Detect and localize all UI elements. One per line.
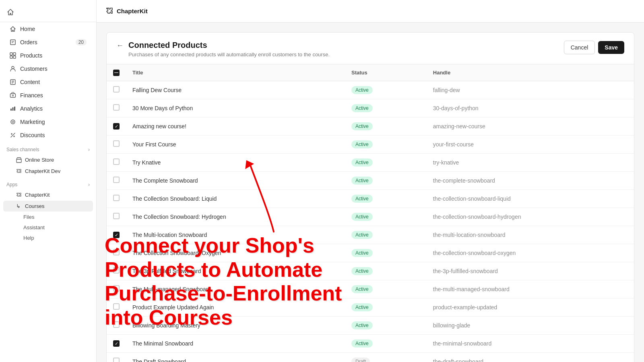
apps-section[interactable]: Apps › <box>0 177 96 189</box>
row-checkbox-cell-7[interactable] <box>107 189 126 208</box>
row-checkbox-cell-9[interactable] <box>107 226 126 244</box>
row-handle-6: the-complete-snowboard <box>427 171 634 189</box>
save-button[interactable]: Save <box>598 41 624 54</box>
table-row: Product Example Updated AgainActiveprodu… <box>107 298 634 316</box>
select-all-header[interactable] <box>107 64 126 81</box>
sidebar-item-online-store[interactable]: Online Store <box>3 154 93 165</box>
sidebar: Home Orders 20 Products Customers Conten… <box>0 0 97 362</box>
row-status-10: Active <box>345 244 427 262</box>
sidebar-item-files[interactable]: Files <box>3 212 93 222</box>
row-checkbox-cell-1[interactable] <box>107 81 126 99</box>
table-row: The Collection Snowboard: HydrogenActive… <box>107 208 634 226</box>
status-badge-16: Draft <box>351 358 370 362</box>
sidebar-item-orders[interactable]: Orders 20 <box>3 36 93 49</box>
row-checkbox-15[interactable] <box>113 340 120 347</box>
row-checkbox-cell-12[interactable] <box>107 280 126 298</box>
row-handle-16: the-draft-snowboard <box>427 352 634 362</box>
row-checkbox-cell-10[interactable] <box>107 244 126 262</box>
sidebar-item-home[interactable]: Home <box>3 23 93 35</box>
row-checkbox-cell-13[interactable] <box>107 298 126 316</box>
status-badge-4: Active <box>351 140 373 148</box>
sidebar-item-finances[interactable]: Finances <box>3 89 93 102</box>
row-title-8: The Collection Snowboard: Hydrogen <box>126 208 345 226</box>
row-checkbox-12[interactable] <box>113 285 120 292</box>
row-checkbox-cell-6[interactable] <box>107 171 126 189</box>
status-badge-5: Active <box>351 158 373 167</box>
row-checkbox-10[interactable] <box>113 249 120 255</box>
row-status-7: Active <box>345 189 427 208</box>
row-checkbox-6[interactable] <box>113 177 120 183</box>
top-bar: ChapterKit <box>97 0 644 23</box>
files-label: Files <box>23 214 34 220</box>
status-badge-3: Active <box>351 122 373 130</box>
row-checkbox-3[interactable] <box>113 123 120 130</box>
row-checkbox-cell-16[interactable] <box>107 352 126 362</box>
online-store-label: Online Store <box>25 157 54 163</box>
row-title-1: Falling Dew Course <box>126 81 345 99</box>
row-checkbox-13[interactable] <box>113 303 120 310</box>
row-checkbox-1[interactable] <box>113 86 120 93</box>
row-title-5: Try Knative <box>126 153 345 171</box>
table-row: The 3p Fulfilled SnowboardActivethe-3p-f… <box>107 262 634 280</box>
row-checkbox-7[interactable] <box>113 195 120 201</box>
row-checkbox-cell-4[interactable] <box>107 135 126 153</box>
row-checkbox-4[interactable] <box>113 140 120 147</box>
sidebar-item-content[interactable]: Content <box>3 76 93 88</box>
sidebar-item-customers[interactable]: Customers <box>3 62 93 75</box>
row-checkbox-8[interactable] <box>113 213 120 219</box>
row-checkbox-16[interactable] <box>113 358 120 362</box>
row-checkbox-cell-11[interactable] <box>107 262 126 280</box>
table-row: 30 More Days of PythonActive30-days-of-p… <box>107 99 634 117</box>
sidebar-item-chapterkit[interactable]: ChapterKit <box>3 189 93 200</box>
row-checkbox-cell-3[interactable] <box>107 117 126 135</box>
sidebar-item-courses[interactable]: ↳ Courses <box>3 201 93 212</box>
row-checkbox-2[interactable] <box>113 104 120 111</box>
row-checkbox-cell-5[interactable] <box>107 153 126 171</box>
sidebar-item-discounts[interactable]: Discounts <box>3 129 93 142</box>
table-row: Try KnativeActivetry-knative <box>107 153 634 171</box>
svg-rect-18 <box>17 159 21 162</box>
row-handle-5: try-knative <box>427 153 634 171</box>
sidebar-item-marketing[interactable]: Marketing <box>3 115 93 128</box>
select-all-checkbox[interactable] <box>113 70 120 76</box>
back-button[interactable]: ← <box>116 41 124 50</box>
sidebar-item-assistant[interactable]: Assistant <box>3 222 93 232</box>
sidebar-item-help[interactable]: Help <box>3 233 93 243</box>
row-status-5: Active <box>345 153 427 171</box>
row-title-2: 30 More Days of Python <box>126 99 345 117</box>
table-row: Billowing Boarding MasteryActivebillowin… <box>107 316 634 334</box>
row-checkbox-cell-15[interactable] <box>107 334 126 352</box>
row-checkbox-14[interactable] <box>113 321 120 328</box>
svg-point-7 <box>12 66 14 69</box>
row-checkbox-cell-8[interactable] <box>107 208 126 226</box>
sidebar-item-analytics[interactable]: Analytics <box>3 102 93 115</box>
status-badge-2: Active <box>351 104 373 112</box>
status-column-header: Status <box>345 64 427 81</box>
table-row: The Minimal SnowboardActivethe-minimal-s… <box>107 334 634 352</box>
sidebar-item-products[interactable]: Products <box>3 49 93 62</box>
row-checkbox-cell-14[interactable] <box>107 316 126 334</box>
row-checkbox-5[interactable] <box>113 158 120 165</box>
sales-channels-section[interactable]: Sales channels › <box>0 142 96 154</box>
row-checkbox-9[interactable] <box>113 232 120 238</box>
status-badge-1: Active <box>351 86 373 94</box>
status-badge-11: Active <box>351 267 373 275</box>
row-title-16: The Draft Snowboard <box>126 352 345 362</box>
products-table-container: Title Status Handle Falling Dew CourseAc… <box>107 64 634 362</box>
sidebar-item-finances-label: Finances <box>20 92 43 99</box>
status-badge-6: Active <box>351 177 373 185</box>
table-header-row: Title Status Handle <box>107 64 634 81</box>
row-handle-13: product-example-updated <box>427 298 634 316</box>
svg-rect-0 <box>10 40 15 45</box>
row-checkbox-11[interactable] <box>113 267 120 274</box>
apps-label: Apps <box>6 182 17 187</box>
sidebar-item-chapterkit-dev[interactable]: ChapterKit Dev <box>3 166 93 177</box>
status-badge-12: Active <box>351 285 373 293</box>
row-checkbox-cell-2[interactable] <box>107 99 126 117</box>
status-badge-8: Active <box>351 213 373 221</box>
topbar-title: ChapterKit <box>117 8 148 14</box>
cancel-button[interactable]: Cancel <box>564 41 595 54</box>
row-status-12: Active <box>345 280 427 298</box>
apps-chevron: › <box>88 182 90 187</box>
row-title-4: Your First Course <box>126 135 345 153</box>
